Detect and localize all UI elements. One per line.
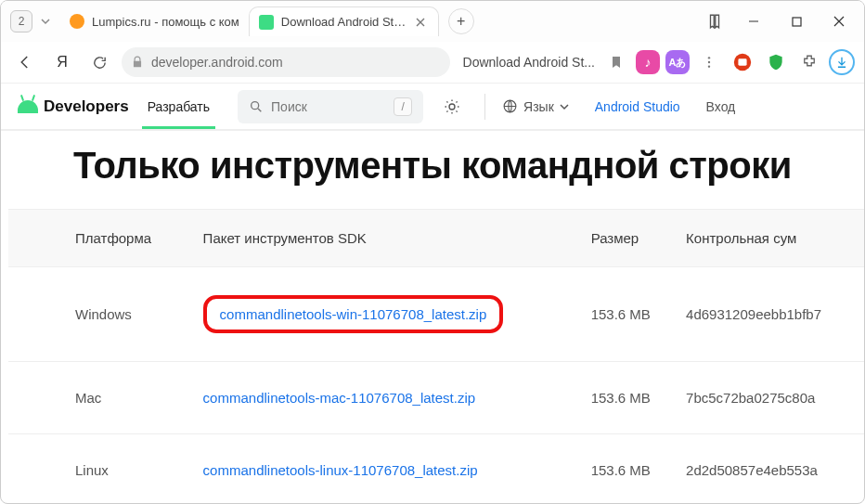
search-icon <box>249 99 264 114</box>
search-hotkey-badge: / <box>394 97 412 116</box>
cell-size: 153.6 MB <box>582 434 677 505</box>
window-minimize-button[interactable] <box>732 3 775 40</box>
site-search[interactable]: Поиск / <box>238 90 423 123</box>
svg-point-1 <box>708 57 710 58</box>
browser-tab-android[interactable]: Download Android Studi <box>249 6 439 36</box>
site-header: Developers Разрабать Поиск / Язык Androi… <box>1 83 864 131</box>
language-label: Язык <box>523 99 554 114</box>
cell-platform: Windows <box>8 267 194 362</box>
cell-checksum: 4d6931209eebb1bfb7 <box>677 267 864 362</box>
cell-platform: Linux <box>8 434 194 505</box>
new-tab-button[interactable]: + <box>448 8 474 34</box>
cell-size: 153.6 MB <box>582 267 677 362</box>
globe-icon <box>502 98 518 114</box>
chevron-down-icon <box>560 102 569 111</box>
cell-package: commandlinetools-win-11076708_latest.zip <box>194 267 582 362</box>
favicon-icon <box>70 14 84 29</box>
table-row: Windows commandlinetools-win-11076708_la… <box>8 267 864 362</box>
window-close-button[interactable] <box>818 3 860 40</box>
tab-count-badge[interactable]: 2 <box>10 10 32 32</box>
tab-label: Download Android Studi <box>281 15 408 29</box>
cell-size: 153.6 MB <box>582 362 677 434</box>
table-row: Mac commandlinetools-mac-11076708_latest… <box>8 362 864 434</box>
svg-point-2 <box>708 61 710 63</box>
android-studio-link[interactable]: Android Studio <box>595 99 680 114</box>
col-size: Размер <box>582 210 677 267</box>
col-platform: Платформа <box>8 210 194 267</box>
downloads-button[interactable] <box>829 49 855 75</box>
cell-package: commandlinetools-linux-11076708_latest.z… <box>194 434 582 505</box>
cell-checksum: 2d2d50857e4eb553a <box>677 434 864 505</box>
favicon-icon <box>259 15 274 30</box>
kebab-menu-icon[interactable] <box>695 48 723 76</box>
download-link-linux[interactable]: commandlinetools-linux-11076708_latest.z… <box>203 462 478 478</box>
search-placeholder: Поиск <box>271 99 382 114</box>
close-icon[interactable] <box>416 18 429 27</box>
brand-text: Developers <box>44 97 129 116</box>
yandex-home-button[interactable]: Я <box>47 47 77 77</box>
nav-develop[interactable]: Разрабать <box>142 86 215 127</box>
cell-checksum: 7bc5c72ba0275c80a <box>677 362 864 434</box>
extension-translate-icon[interactable]: Aあ <box>665 50 690 74</box>
reload-button[interactable] <box>84 47 114 77</box>
svg-point-6 <box>252 101 259 109</box>
window-maximize-button[interactable] <box>775 3 818 40</box>
lock-icon <box>131 56 144 69</box>
extension-adblock-icon[interactable] <box>729 48 756 76</box>
table-header-row: Платформа Пакет инструментов SDK Размер … <box>8 210 864 267</box>
cell-package: commandlinetools-mac-11076708_latest.zip <box>194 362 582 434</box>
col-package: Пакет инструментов SDK <box>194 210 582 267</box>
back-button[interactable] <box>10 47 40 77</box>
table-row: Linux commandlinetools-linux-11076708_la… <box>8 434 864 505</box>
downloads-table: Платформа Пакет инструментов SDK Размер … <box>8 209 864 504</box>
page-heading: Только инструменты командной строки <box>1 138 864 209</box>
tab-label: Lumpics.ru - помощь с ком <box>92 15 239 29</box>
address-bar[interactable]: developer.android.com <box>122 47 450 77</box>
language-selector[interactable]: Язык <box>502 98 569 114</box>
brand-logo[interactable]: Developers <box>18 97 129 116</box>
signin-link[interactable]: Вход <box>706 99 736 114</box>
android-icon <box>18 100 38 113</box>
separator <box>484 94 485 120</box>
svg-point-7 <box>449 104 455 110</box>
page-content: Только инструменты командной строки Плат… <box>1 131 864 504</box>
page-title-label: Download Android St... <box>463 55 595 70</box>
svg-rect-5 <box>738 58 746 65</box>
window-titlebar: 2 Lumpics.ru - помощь с ком Download And… <box>1 1 864 42</box>
browser-tab-lumpics[interactable]: Lumpics.ru - помощь с ком <box>60 6 249 36</box>
col-checksum: Контрольная сум <box>677 210 864 267</box>
url-host: developer.android.com <box>151 55 283 70</box>
reading-list-icon[interactable] <box>697 4 732 39</box>
extension-green-shield-icon[interactable] <box>762 48 790 76</box>
theme-toggle-button[interactable] <box>436 91 468 123</box>
cell-platform: Mac <box>8 362 194 434</box>
download-link-windows[interactable]: commandlinetools-win-11076708_latest.zip <box>220 306 487 322</box>
extensions-button[interactable] <box>795 48 823 76</box>
svg-point-3 <box>708 65 710 67</box>
tab-group-caret[interactable] <box>36 10 55 32</box>
bookmark-icon[interactable] <box>602 48 630 76</box>
download-link-mac[interactable]: commandlinetools-mac-11076708_latest.zip <box>203 390 476 406</box>
svg-rect-0 <box>793 18 801 26</box>
highlight-box: commandlinetools-win-11076708_latest.zip <box>203 295 504 333</box>
browser-toolbar: Я developer.android.com Download Android… <box>1 42 864 83</box>
extension-pink-icon[interactable]: ♪ <box>636 50 660 74</box>
